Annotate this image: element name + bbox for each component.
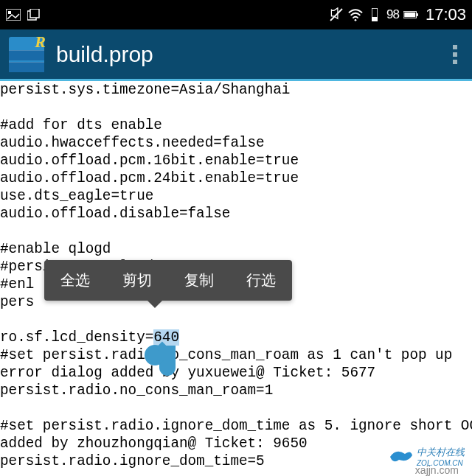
text-line[interactable]: added by zhouzhongqian@ Ticket: 9650 <box>0 435 308 452</box>
status-right: 98 17:03 <box>329 5 466 24</box>
svg-point-5 <box>355 19 357 21</box>
text-line[interactable]: persist.radio.ignore_dom_time=5 <box>0 453 265 469</box>
select-all-menu-item[interactable]: 全选 <box>44 260 106 301</box>
app-bar: R build.prop <box>0 29 472 81</box>
text-line[interactable]: audio.offload.pcm.24bit.enable=true <box>0 170 299 186</box>
cut-menu-item[interactable]: 剪切 <box>106 260 168 301</box>
text-line[interactable]: audio.offload.pcm.16bit.enable=true <box>0 153 299 169</box>
app-title: build.prop <box>56 42 153 67</box>
select-line-menu-item[interactable]: 行选 <box>230 260 292 301</box>
text-line[interactable]: error dialog added by yuxuewei@ Ticket: … <box>0 365 375 381</box>
text-line[interactable]: persist.radio.no_cons_man_roam=1 <box>0 382 273 399</box>
signal-icon <box>367 7 382 22</box>
text-line[interactable]: audio.hwacceffects.needed=false <box>0 135 265 151</box>
status-left <box>6 7 41 22</box>
text-line[interactable]: audio.offload.disable=false <box>0 206 230 222</box>
text-line[interactable]: use.dts_eagle=true <box>0 188 153 204</box>
mute-icon <box>329 7 344 22</box>
text-context-menu: 全选 剪切 复制 行选 <box>44 260 292 301</box>
selected-text[interactable]: 640 <box>153 329 179 346</box>
svg-rect-3 <box>30 9 39 18</box>
text-line[interactable]: #enable qlogd <box>0 241 111 257</box>
text-line[interactable]: persist.sys.timezone=Asia/Shanghai <box>0 82 290 98</box>
watermark-extra: xajjn.com <box>415 464 459 476</box>
app-icon[interactable]: R <box>9 37 44 72</box>
overflow-menu-button[interactable] <box>447 39 463 70</box>
gallery-icon <box>6 7 21 22</box>
battery-icon <box>403 7 418 22</box>
wifi-icon <box>348 7 363 22</box>
text-line[interactable]: #set persist.radio.no_cons_man_roam as 1… <box>0 347 452 363</box>
svg-rect-1 <box>8 11 11 14</box>
text-line[interactable]: ro.sf.lcd_density= <box>0 329 153 346</box>
text-line[interactable]: pers <box>0 294 34 310</box>
text-line[interactable]: #add for dts enable <box>0 117 162 133</box>
app-switch-icon <box>27 7 41 22</box>
copy-menu-item[interactable]: 复制 <box>168 260 230 301</box>
clock: 17:03 <box>426 5 466 24</box>
svg-rect-9 <box>404 13 415 17</box>
battery-level: 98 <box>386 7 399 22</box>
status-bar: 98 17:03 <box>0 0 472 29</box>
svg-rect-10 <box>417 13 418 16</box>
text-line[interactable]: #enl <box>0 276 34 293</box>
selection-end-handle[interactable] <box>159 346 176 368</box>
text-line[interactable]: #set persist.radio.ignore_dom_time as 5.… <box>0 418 472 434</box>
svg-rect-7 <box>372 17 378 21</box>
